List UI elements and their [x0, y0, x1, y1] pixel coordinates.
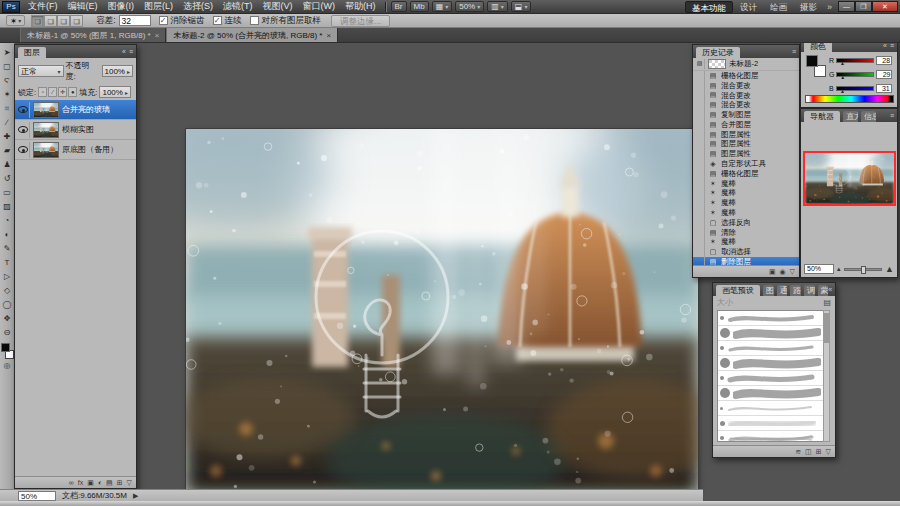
- new-snapshot-icon[interactable]: ◉: [780, 267, 786, 277]
- view-extras-icon[interactable]: ▦▾: [432, 1, 453, 12]
- tab-路径[interactable]: 路径: [790, 285, 801, 296]
- tool-history-brush-icon[interactable]: ↺: [1, 172, 14, 186]
- lock-pixels-icon[interactable]: ∕: [48, 87, 57, 97]
- lock-all-icon[interactable]: ●: [68, 87, 77, 97]
- document-tab[interactable]: 未标题-2 @ 50% (合并亮的玻璃, RGB/8) *×: [166, 28, 338, 42]
- blue-slider[interactable]: ▲: [836, 86, 874, 91]
- history-source-box[interactable]: [695, 91, 705, 101]
- tool-hand-icon[interactable]: ✥: [1, 312, 14, 326]
- navigator-zoom-slider[interactable]: [844, 268, 883, 271]
- brush-preset-row[interactable]: [718, 401, 824, 416]
- brush-preset-row[interactable]: [718, 416, 824, 431]
- arrange-documents-icon[interactable]: ▥▾: [487, 1, 508, 12]
- history-source-box[interactable]: [695, 169, 705, 179]
- navigator-zoom-field[interactable]: 50%: [804, 264, 834, 274]
- tool-rectangular-marquee-icon[interactable]: ▢: [1, 60, 14, 74]
- collapse-icon[interactable]: «: [883, 42, 887, 49]
- lock-transparency-icon[interactable]: ▫: [38, 87, 47, 97]
- history-state-row[interactable]: ▤栅格化图层: [693, 71, 799, 81]
- new-document-from-state-icon[interactable]: ▣: [769, 267, 776, 277]
- menu-编辑(E)[interactable]: 编辑(E): [64, 0, 102, 13]
- layer-mask-icon[interactable]: ▣: [87, 478, 94, 488]
- menu-滤镜(T)[interactable]: 滤镜(T): [219, 0, 257, 13]
- delete-brush-icon[interactable]: ▽: [826, 447, 831, 457]
- restore-button[interactable]: ❐: [855, 1, 872, 12]
- history-state-row[interactable]: ▤图层属性: [693, 140, 799, 150]
- tab-导航器[interactable]: 导航器: [804, 111, 840, 122]
- status-options-icon[interactable]: ▶: [133, 492, 138, 500]
- history-source-box[interactable]: [695, 218, 705, 228]
- menu-文件(F)[interactable]: 文件(F): [24, 0, 62, 13]
- layer-row[interactable]: 模糊实图: [15, 120, 136, 140]
- panel-menu-icon[interactable]: ≡: [792, 48, 796, 55]
- foreground-color-swatch[interactable]: [1, 343, 10, 352]
- magic-wand-tool-icon[interactable]: ✶▾: [6, 15, 25, 26]
- green-value-field[interactable]: 29: [876, 70, 892, 79]
- workspace-设计[interactable]: 设计: [734, 1, 763, 13]
- tool-type-icon[interactable]: T: [1, 256, 14, 270]
- history-source-box[interactable]: [695, 228, 705, 238]
- history-state-row[interactable]: ▤图层属性: [693, 130, 799, 140]
- history-source-box[interactable]: [695, 120, 705, 130]
- screen-mode-icon[interactable]: ⬓▾: [511, 1, 532, 12]
- history-source-box[interactable]: [695, 247, 705, 257]
- intersect-selection-icon[interactable]: ❏: [70, 15, 83, 27]
- history-state-row[interactable]: ▤混合更改: [693, 100, 799, 110]
- menu-视图(V)[interactable]: 视图(V): [259, 0, 297, 13]
- add-selection-icon[interactable]: ❏: [44, 15, 57, 27]
- layer-row[interactable]: 合并亮的玻璃: [15, 100, 136, 120]
- fill-field[interactable]: 100%▸: [99, 86, 130, 98]
- history-state-row[interactable]: ▤复制图层: [693, 110, 799, 120]
- foreground-color-swatch[interactable]: [806, 55, 818, 67]
- history-source-box[interactable]: [695, 149, 705, 159]
- refine-edge-button[interactable]: 调整边缘...: [331, 15, 390, 27]
- history-source-box[interactable]: [695, 110, 705, 120]
- menu-窗口(W)[interactable]: 窗口(W): [299, 0, 340, 13]
- history-state-row[interactable]: ▤合并图层: [693, 120, 799, 130]
- workspace-overflow-icon[interactable]: »: [827, 2, 832, 12]
- brush-preset-row[interactable]: [718, 386, 824, 401]
- new-brush-icon[interactable]: ⊞: [816, 447, 822, 457]
- menu-选择(S)[interactable]: 选择(S): [179, 0, 217, 13]
- document-canvas[interactable]: [185, 128, 697, 493]
- history-state-row[interactable]: ✶魔棒: [693, 198, 799, 208]
- workspace-基本功能[interactable]: 基本功能: [685, 1, 733, 13]
- minimize-button[interactable]: —: [838, 1, 855, 12]
- history-state-row[interactable]: ▤混合更改: [693, 81, 799, 91]
- new-group-icon[interactable]: ▤: [106, 478, 113, 488]
- status-zoom-field[interactable]: 50%: [18, 491, 56, 501]
- brush-list-scrollbar[interactable]: [823, 310, 830, 442]
- layer-row[interactable]: 原底图（备用）: [15, 140, 136, 160]
- history-source-box[interactable]: [695, 237, 705, 247]
- bridge-icon[interactable]: Br: [391, 1, 407, 12]
- history-state-row[interactable]: ✶魔棒: [693, 179, 799, 189]
- red-slider[interactable]: ▲: [836, 58, 874, 63]
- visibility-toggle[interactable]: [17, 102, 30, 118]
- tool-blur-icon[interactable]: ◔: [1, 214, 14, 228]
- link-layers-icon[interactable]: ∞: [69, 478, 74, 488]
- tool-magic-wand-icon[interactable]: ✶: [1, 88, 14, 102]
- brush-preset-row[interactable]: [718, 341, 824, 356]
- open-preset-manager-icon[interactable]: ◫: [805, 447, 812, 457]
- tool-clone-stamp-icon[interactable]: ♟: [1, 158, 14, 172]
- history-state-row[interactable]: ▢取消选择: [693, 247, 799, 257]
- workspace-绘画[interactable]: 绘画: [764, 1, 793, 13]
- layer-style-icon[interactable]: fx: [78, 478, 83, 488]
- subtract-selection-icon[interactable]: ❏: [57, 15, 70, 27]
- opacity-field[interactable]: 100%▸: [102, 65, 133, 77]
- tool-rotate-view-icon[interactable]: ◯: [1, 298, 14, 312]
- history-source-box[interactable]: [695, 100, 705, 110]
- history-source-box[interactable]: [695, 188, 705, 198]
- history-source-box[interactable]: [695, 159, 705, 169]
- brush-preset-row[interactable]: [718, 356, 824, 371]
- history-source-box[interactable]: [695, 198, 705, 208]
- history-state-row[interactable]: ▤栅格化图层: [693, 169, 799, 179]
- delete-state-icon[interactable]: ▽: [790, 267, 795, 277]
- visibility-toggle[interactable]: [17, 122, 30, 138]
- panel-menu-icon[interactable]: ≡: [129, 48, 133, 55]
- new-selection-icon[interactable]: ❏: [31, 15, 44, 27]
- brush-preset-row[interactable]: [718, 311, 824, 326]
- brush-preset-row[interactable]: [718, 371, 824, 386]
- sample-all-layers-checkbox[interactable]: 对所有图层取样: [250, 15, 322, 27]
- tab-调整[interactable]: 调整: [804, 285, 815, 296]
